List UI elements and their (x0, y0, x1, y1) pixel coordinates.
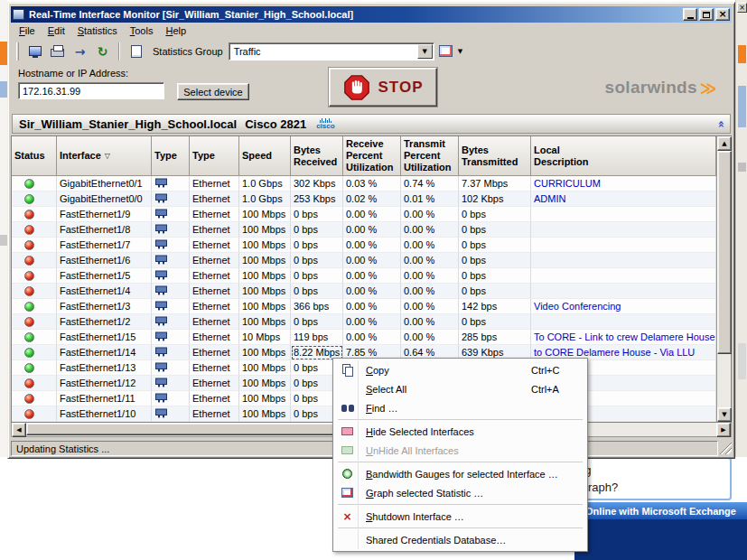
table-row-fastethernet1-8[interactable]: FastEthernet1/8Ethernet100 Mbps0 bps0.00… (12, 222, 716, 238)
cell (12, 191, 57, 207)
resize-grip[interactable] (720, 441, 732, 454)
table-row-gigabitethernet0-1[interactable]: GigabitEthernet0/1Ethernet1.0 Gbps302 Kb… (12, 176, 716, 191)
vertical-scroll-thumb[interactable] (717, 151, 732, 354)
menu-file[interactable]: File (13, 23, 42, 38)
maximize-button[interactable] (699, 8, 714, 21)
context-menu-item-bandwidth-gauges-for-selected-interface[interactable]: Bandwidth Gauges for selected Interface … (335, 464, 585, 483)
form-icon (131, 45, 142, 58)
chart-dropdown-icon[interactable]: ▼ (458, 48, 462, 55)
export-button[interactable]: → (69, 42, 91, 61)
column-header-bytes-transmitted-8[interactable]: Bytes Transmitted (459, 136, 531, 176)
cell (152, 191, 190, 207)
hostname-input[interactable] (18, 82, 164, 99)
table-row-fastethernet1-3[interactable]: FastEthernet1/3Ethernet100 Mbps366 bps0.… (12, 299, 716, 314)
column-header-bytes-received-5[interactable]: Bytes Received (291, 136, 343, 176)
statistics-group-combobox[interactable]: Traffic ▼ (229, 42, 434, 61)
cell: FastEthernet1/3 (57, 299, 152, 314)
cell: 100 Mbps (239, 406, 291, 422)
menu-item-shortcut: Ctrl+A (531, 384, 574, 395)
background-fragment (0, 42, 7, 65)
context-menu-item-find[interactable]: Find … (335, 398, 585, 417)
cell: 0.00 % (343, 207, 401, 222)
table-row-fastethernet1-6[interactable]: FastEthernet1/6Ethernet100 Mbps0 bps0.00… (12, 253, 716, 268)
scroll-right-icon[interactable]: ▶ (716, 423, 731, 437)
cell (12, 376, 57, 391)
cell: 0.00 % (343, 314, 401, 330)
export-icon: → (75, 44, 86, 59)
background-close-icon[interactable]: × (737, 3, 747, 13)
menu-help[interactable]: Help (159, 23, 192, 38)
scroll-left-icon[interactable]: ◀ (12, 423, 26, 437)
column-header-type-3[interactable]: Type (190, 136, 239, 176)
cell: Ethernet (190, 406, 239, 422)
scroll-up-icon[interactable]: ▲ (717, 136, 732, 151)
chevron-down-icon[interactable]: ▼ (417, 44, 433, 59)
context-menu-item-hide-selected-interfaces[interactable]: Hide Selected Interfaces (335, 422, 585, 441)
column-header-receive-percent-utilization-6[interactable]: Receive Percent Utilization (343, 136, 401, 176)
port-type-icon (154, 270, 168, 282)
table-row-gigabitethernet0-0[interactable]: GigabitEthernet0/0Ethernet1.0 Gbps253 Kb… (12, 191, 716, 207)
brand-text: solarwinds (605, 78, 697, 98)
exchange-link[interactable]: Online with Microsoft Exchange (574, 502, 747, 519)
column-header-local-description-9[interactable]: Local Description (531, 136, 716, 176)
minimize-button[interactable] (683, 8, 697, 21)
port-type-icon (154, 239, 168, 251)
cell: 253 Kbps (291, 191, 343, 207)
close-button[interactable]: × (715, 8, 730, 21)
cell (152, 391, 190, 406)
table-row-fastethernet1-15[interactable]: FastEthernet1/15Ethernet10 Mbps119 bps0.… (12, 330, 716, 345)
column-header-interface-1[interactable]: Interface▽ (57, 136, 152, 176)
shutdown-icon: × (335, 511, 359, 522)
refresh-button[interactable]: ↻ (91, 42, 114, 61)
cell (12, 176, 57, 191)
menu-edit[interactable]: Edit (42, 23, 71, 38)
menu-separator (338, 419, 583, 420)
cell: Ethernet (190, 314, 239, 330)
menu-statistics[interactable]: Statistics (71, 23, 124, 38)
cell: FastEthernet1/10 (57, 406, 152, 422)
cell: FastEthernet1/11 (57, 391, 152, 406)
cell: Ethernet (190, 268, 239, 284)
cell: 0 bps (291, 253, 343, 268)
menu-item-label: Graph selected Statistic … (359, 488, 585, 499)
cell: 0 bps (459, 314, 531, 330)
printer-icon (51, 49, 64, 57)
table-row-fastethernet1-9[interactable]: FastEthernet1/9Ethernet100 Mbps0 bps0.00… (12, 207, 716, 222)
context-menu-item-copy[interactable]: CopyCtrl+C (335, 360, 585, 379)
menu-item-label: UnHide All Interfaces (359, 445, 585, 456)
column-header-transmit-percent-utilization-7[interactable]: Transmit Percent Utilization (401, 136, 459, 176)
chart-button[interactable] (434, 42, 457, 61)
cell: GigabitEthernet0/1 (57, 176, 152, 191)
stop-button[interactable]: STOP (329, 68, 437, 107)
collapse-chevron-icon[interactable]: » (713, 120, 726, 127)
table-row-fastethernet1-2[interactable]: FastEthernet1/2Ethernet100 Mbps0 bps0.00… (12, 314, 716, 330)
chart-icon (439, 45, 453, 57)
table-row-fastethernet1-7[interactable]: FastEthernet1/7Ethernet100 Mbps0 bps0.00… (12, 238, 716, 253)
scroll-down-icon[interactable]: ▼ (717, 407, 732, 422)
print-button[interactable] (46, 42, 69, 61)
cell: 0 bps (459, 222, 531, 238)
context-menu-item-graph-selected-statistic[interactable]: Graph selected Statistic … (335, 483, 585, 502)
cell: 0 bps (291, 268, 343, 284)
column-header-status-0[interactable]: Status (12, 136, 57, 176)
cell: 100 Mbps (239, 299, 291, 314)
column-header-type-2[interactable]: Type (152, 136, 190, 176)
context-menu-item-shared-credentials-database[interactable]: Shared Credentials Database… (335, 530, 585, 549)
cell: Ethernet (190, 253, 239, 268)
background-text-line: e Graph? (569, 479, 721, 496)
context-menu-item-shutdown-interface[interactable]: ×Shutdown Interface … (335, 507, 585, 526)
hostname-label: Hostname or IP Address: (18, 68, 128, 79)
device-button[interactable] (23, 42, 46, 61)
status-up-icon (24, 363, 34, 373)
select-device-button[interactable]: Select device (177, 83, 249, 100)
vertical-scrollbar[interactable]: ▲ ▼ (716, 136, 731, 422)
form-button[interactable] (125, 42, 147, 61)
cell: 100 Mbps (239, 207, 291, 222)
context-menu-item-select-all[interactable]: Select AllCtrl+A (335, 379, 585, 398)
column-header-speed-4[interactable]: Speed (239, 136, 291, 176)
cell: 0.00 % (343, 330, 401, 345)
table-row-fastethernet1-5[interactable]: FastEthernet1/5Ethernet100 Mbps0 bps0.00… (12, 268, 716, 284)
menu-tools[interactable]: Tools (124, 23, 160, 38)
table-row-fastethernet1-4[interactable]: FastEthernet1/4Ethernet100 Mbps0 bps0.00… (12, 284, 716, 299)
cell (12, 314, 57, 330)
